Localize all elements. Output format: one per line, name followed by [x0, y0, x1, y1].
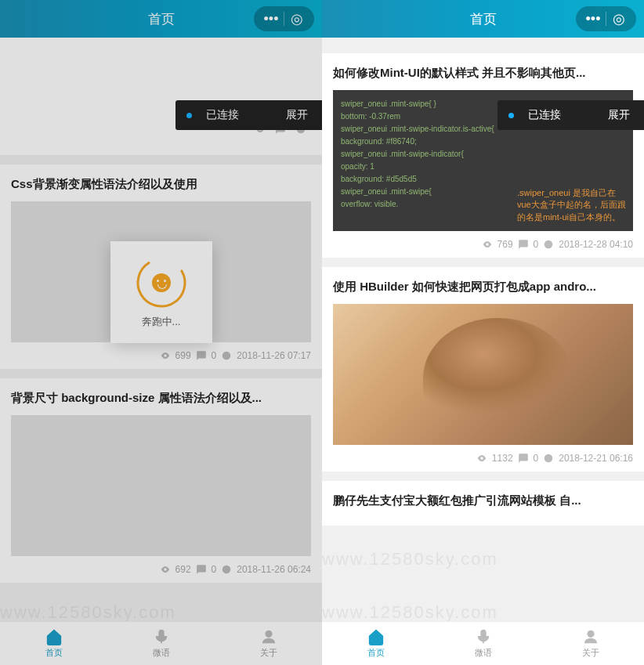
tab-label: 关于: [582, 647, 599, 659]
card-meta: 699 0 2018-11-26 07:17: [11, 350, 311, 361]
card-title: Css背景渐变属性语法介绍以及使用: [11, 175, 311, 192]
comments-count: 0: [534, 239, 539, 250]
page-title: 首页: [148, 10, 175, 28]
views-count: 769: [497, 239, 513, 250]
eye-icon: [160, 350, 171, 361]
svg-point-2: [223, 566, 231, 574]
screen-left: www.12580sky.comwww.12580sky.comwww.1258…: [0, 0, 322, 665]
clock-icon: [543, 239, 554, 250]
card-title: 背景尺寸 background-size 属性语法介绍以及...: [11, 389, 311, 406]
card-meta: 769 0 2018-12-28 04:10: [333, 239, 633, 250]
smile-icon: [152, 273, 171, 292]
tab-home[interactable]: 首页: [322, 622, 429, 665]
tab-about[interactable]: 关于: [215, 622, 322, 665]
views-count: 692: [175, 564, 191, 575]
list-item[interactable]: 如何修改Mint-UI的默认样式 并且不影响其他页... swiper_oneu…: [322, 53, 644, 258]
eye-icon: [482, 239, 493, 250]
svg-point-7: [545, 454, 553, 463]
card-meta: 692 0 2018-11-26 06:24: [11, 564, 311, 575]
tab-label: 微语: [153, 647, 170, 659]
toast-status-text: 已连接: [206, 108, 239, 122]
tab-label: 微语: [475, 647, 492, 659]
target-icon[interactable]: ◎: [608, 8, 630, 30]
svg-point-1: [223, 352, 231, 360]
views-count: 699: [175, 350, 191, 361]
tab-label: 首页: [45, 647, 63, 659]
connection-toast[interactable]: 已连接 展开: [497, 100, 644, 130]
spinner-icon: [134, 255, 189, 310]
capsule-menu: ••• ◎: [254, 6, 314, 31]
card-title: 鹏仔先生支付宝大额红包推广引流网站模板 自...: [333, 492, 633, 508]
svg-point-9: [588, 631, 593, 637]
toast-expand-button[interactable]: 展开: [286, 108, 308, 122]
card-image: [333, 304, 633, 445]
views-count: 1132: [492, 453, 513, 464]
clock-icon: [221, 350, 232, 361]
tab-weiyu[interactable]: 微语: [107, 622, 215, 665]
tab-label: 关于: [260, 647, 277, 659]
svg-point-4: [266, 631, 271, 637]
card-meta: 1132 0 2018-12-21 06:16: [333, 453, 633, 464]
list-item[interactable]: 背景尺寸 background-size 属性语法介绍以及... 692 0 2…: [0, 378, 322, 583]
loading-overlay: 奔跑中...: [110, 241, 212, 343]
more-icon[interactable]: •••: [260, 8, 282, 30]
card-image: [11, 415, 311, 556]
comments-count: 0: [212, 564, 217, 575]
clock-icon: [221, 564, 232, 575]
toast-expand-button[interactable]: 展开: [608, 108, 630, 122]
capsule-menu: ••• ◎: [576, 6, 636, 31]
comments-count: 0: [534, 453, 539, 464]
card-title: 如何修改Mint-UI的默认样式 并且不影响其他页...: [333, 64, 633, 81]
comment-icon: [196, 564, 207, 575]
screen-right: www.12580sky.comwww.12580sky.comwww.1258…: [322, 0, 644, 665]
capsule-divider: [606, 12, 606, 26]
date-text: 2018-11-26 07:17: [237, 350, 311, 361]
card-title: 使用 HBuilder 如何快速把网页打包成app andro...: [333, 278, 633, 295]
comment-icon: [518, 453, 529, 464]
loading-text: 奔跑中...: [142, 315, 181, 329]
tab-bar: 首页 微语 关于: [322, 621, 644, 665]
date-text: 2018-12-28 04:10: [559, 239, 633, 250]
list-item[interactable]: 鹏仔先生支付宝大额红包推广引流网站模板 自...: [322, 481, 644, 526]
connection-toast[interactable]: 已连接 展开: [175, 100, 322, 130]
target-icon[interactable]: ◎: [286, 8, 308, 30]
code-annotation: .swiper_oneui 是我自己在vue大盒子中起的名，后面跟的名是mint…: [517, 187, 627, 223]
header: 首页 ••• ◎: [0, 0, 322, 38]
eye-icon: [476, 453, 487, 464]
tab-home[interactable]: 首页: [0, 622, 107, 665]
comment-icon: [196, 350, 207, 361]
status-dot-icon: [508, 113, 514, 118]
status-dot-icon: [186, 113, 192, 118]
comments-count: 0: [212, 350, 217, 361]
tab-weiyu[interactable]: 微语: [429, 622, 537, 665]
comment-icon: [518, 239, 529, 250]
tab-label: 首页: [367, 647, 385, 659]
svg-point-6: [545, 240, 553, 249]
date-text: 2018-11-26 06:24: [237, 564, 311, 575]
header: 首页 ••• ◎: [322, 0, 644, 38]
page-title: 首页: [470, 10, 497, 28]
more-icon[interactable]: •••: [582, 8, 604, 30]
list-item[interactable]: 使用 HBuilder 如何快速把网页打包成app andro... 1132 …: [322, 267, 644, 472]
eye-icon: [160, 564, 171, 575]
date-text: 2018-12-21 06:16: [559, 453, 633, 464]
clock-icon: [543, 453, 554, 464]
list-item[interactable]: [0, 38, 322, 155]
toast-status-text: 已连接: [528, 108, 561, 122]
tab-about[interactable]: 关于: [537, 622, 644, 665]
tab-bar: 首页 微语 关于: [0, 621, 322, 665]
capsule-divider: [284, 12, 284, 26]
